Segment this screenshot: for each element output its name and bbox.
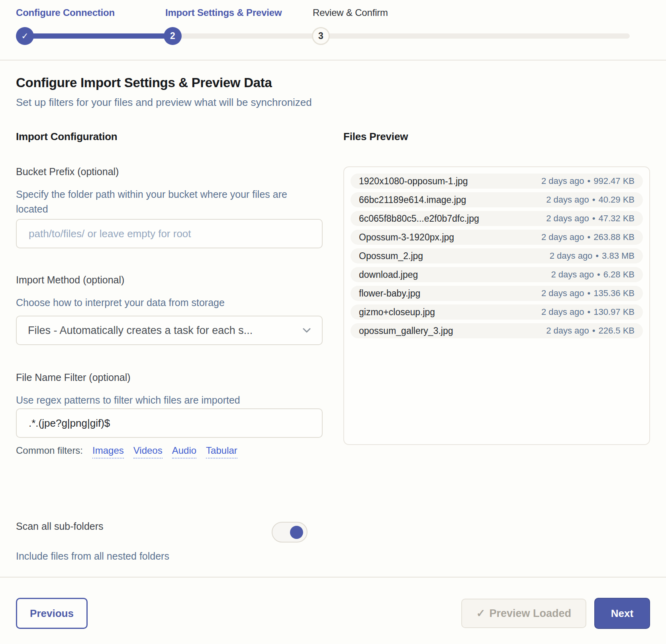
import-configuration-heading: Import Configuration xyxy=(16,130,323,143)
bucket-prefix-input[interactable] xyxy=(16,219,323,248)
file-age: 2 days ago xyxy=(541,307,584,317)
files-preview-list: 1920x1080-opposum-1.jpg2 days ago•992.47… xyxy=(343,166,650,445)
wizard-stepper: Configure Connection Import Settings & P… xyxy=(0,0,666,60)
common-filters-row: Common filters: Images Videos Audio Tabu… xyxy=(16,444,323,459)
previous-button[interactable]: Previous xyxy=(16,598,88,629)
files-preview-heading: Files Preview xyxy=(343,130,650,143)
file-name: 66bc21189e614.image.jpg xyxy=(359,195,466,205)
file-meta: 2 days ago•135.36 KB xyxy=(541,288,635,299)
scan-subfolders-toggle[interactable] xyxy=(272,522,308,543)
file-size: 3.83 MB xyxy=(602,251,635,261)
meta-separator: • xyxy=(597,269,600,279)
check-icon: ✓ xyxy=(476,607,486,619)
file-row: Opossum-3-1920px.jpg2 days ago•263.88 KB xyxy=(351,230,643,245)
files-preview-section: Files Preview 1920x1080-opposum-1.jpg2 d… xyxy=(343,130,650,564)
file-row: Opossum_2.jpg2 days ago•3.83 MB xyxy=(351,248,643,263)
meta-separator: • xyxy=(588,307,591,317)
import-method-field-group: Import Method (optional) Choose how to i… xyxy=(16,274,323,345)
file-meta: 2 days ago•130.97 KB xyxy=(541,307,635,317)
file-name: gizmo+closeup.jpg xyxy=(359,307,435,318)
file-meta: 2 days ago•226.5 KB xyxy=(546,326,635,336)
file-name: download.jpeg xyxy=(359,269,418,280)
bucket-prefix-label: Bucket Prefix (optional) xyxy=(16,166,323,178)
file-size: 992.47 KB xyxy=(594,176,635,186)
step-circle-1-completed[interactable]: ✓ xyxy=(16,27,34,45)
meta-separator: • xyxy=(592,326,595,336)
step-label-review-confirm: Review & Confirm xyxy=(313,7,388,18)
file-name: Opossum-3-1920px.jpg xyxy=(359,232,454,243)
file-size: 6.28 KB xyxy=(603,269,635,279)
file-age: 2 days ago xyxy=(546,326,589,336)
import-method-selected-value: Files - Automatically creates a task for… xyxy=(28,324,253,337)
step-circle-3-upcoming: 3 xyxy=(312,27,330,45)
meta-separator: • xyxy=(588,288,591,298)
file-meta: 2 days ago•263.88 KB xyxy=(541,232,635,242)
file-row: 66bc21189e614.image.jpg2 days ago•40.29 … xyxy=(351,192,643,207)
import-method-select[interactable]: Files - Automatically creates a task for… xyxy=(16,316,323,345)
file-size: 263.88 KB xyxy=(594,232,635,242)
filter-link-audio[interactable]: Audio xyxy=(172,444,196,459)
file-row: gizmo+closeup.jpg2 days ago•130.97 KB xyxy=(351,304,643,320)
file-size: 47.32 KB xyxy=(598,213,635,223)
file-age: 2 days ago xyxy=(546,195,589,205)
common-filters-label: Common filters: xyxy=(16,444,83,457)
file-row: download.jpeg2 days ago•6.28 KB xyxy=(351,267,643,282)
file-name: opossum_gallery_3.jpg xyxy=(359,326,453,336)
scan-subfolders-label: Scan all sub-folders xyxy=(16,520,169,532)
file-row: 6c065f8b80c5...e2f0b7dfc.jpg2 days ago•4… xyxy=(351,211,643,226)
filter-link-images[interactable]: Images xyxy=(92,444,124,459)
file-name-filter-description: Use regex patterns to filter which files… xyxy=(16,393,299,408)
step-label-import-settings[interactable]: Import Settings & Preview xyxy=(165,7,282,18)
chevron-down-icon xyxy=(303,328,311,333)
checkmark-icon: ✓ xyxy=(21,31,28,41)
file-name: flower-baby.jpg xyxy=(359,288,420,299)
meta-separator: • xyxy=(592,195,595,205)
wizard-footer: Previous ✓Preview Loaded Next xyxy=(0,577,666,629)
import-method-label: Import Method (optional) xyxy=(16,274,323,286)
step-number: 2 xyxy=(170,31,175,41)
preview-loaded-button: ✓Preview Loaded xyxy=(461,599,586,628)
file-meta: 2 days ago•6.28 KB xyxy=(551,269,635,280)
page-subtitle: Set up filters for your files and previe… xyxy=(16,96,650,109)
step-label-configure-connection[interactable]: Configure Connection xyxy=(16,7,115,18)
file-age: 2 days ago xyxy=(541,288,584,298)
meta-separator: • xyxy=(592,213,595,223)
file-row: opossum_gallery_3.jpg2 days ago•226.5 KB xyxy=(351,323,643,338)
step-number: 3 xyxy=(318,31,323,41)
next-button[interactable]: Next xyxy=(594,598,650,629)
filter-link-videos[interactable]: Videos xyxy=(133,444,163,459)
file-size: 40.29 KB xyxy=(598,195,635,205)
file-size: 135.36 KB xyxy=(594,288,635,298)
import-configuration-section: Import Configuration Bucket Prefix (opti… xyxy=(16,130,323,564)
file-meta: 2 days ago•3.83 MB xyxy=(550,251,635,261)
scan-subfolders-description: Include files from all nested folders xyxy=(16,549,169,564)
filter-link-tabular[interactable]: Tabular xyxy=(206,444,237,459)
stepper-track-progress xyxy=(25,33,172,39)
file-age: 2 days ago xyxy=(546,213,589,223)
file-row: flower-baby.jpg2 days ago•135.36 KB xyxy=(351,286,643,301)
file-meta: 2 days ago•992.47 KB xyxy=(541,176,635,186)
file-meta: 2 days ago•47.32 KB xyxy=(546,213,635,224)
file-age: 2 days ago xyxy=(541,232,584,242)
bucket-prefix-description: Specify the folder path within your buck… xyxy=(16,187,299,217)
file-size: 130.97 KB xyxy=(594,307,635,317)
meta-separator: • xyxy=(588,232,591,242)
step-circle-2-active[interactable]: 2 xyxy=(164,27,182,45)
file-row: 1920x1080-opposum-1.jpg2 days ago•992.47… xyxy=(351,174,643,189)
page-title: Configure Import Settings & Preview Data xyxy=(16,75,650,91)
import-method-description: Choose how to interpret your data from s… xyxy=(16,295,299,310)
preview-loaded-label: Preview Loaded xyxy=(489,607,571,619)
meta-separator: • xyxy=(595,251,599,261)
file-name: 6c065f8b80c5...e2f0b7dfc.jpg xyxy=(359,213,479,224)
bucket-prefix-field-group: Bucket Prefix (optional) Specify the fol… xyxy=(16,166,323,248)
file-name: 1920x1080-opposum-1.jpg xyxy=(359,176,468,187)
file-age: 2 days ago xyxy=(541,176,584,186)
scan-subfolders-row: Scan all sub-folders Include files from … xyxy=(16,520,323,564)
file-size: 226.5 KB xyxy=(598,326,635,336)
file-age: 2 days ago xyxy=(550,251,593,261)
file-age: 2 days ago xyxy=(551,269,594,279)
file-name: Opossum_2.jpg xyxy=(359,251,423,262)
toggle-knob xyxy=(290,526,303,539)
file-name-filter-field-group: File Name Filter (optional) Use regex pa… xyxy=(16,371,323,459)
file-name-filter-input[interactable] xyxy=(16,408,323,438)
